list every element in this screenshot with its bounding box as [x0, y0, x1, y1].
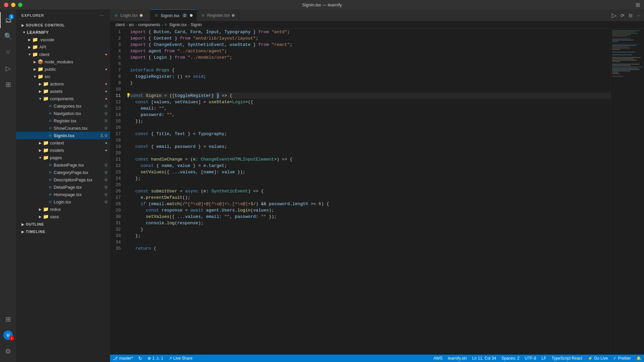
tree-item-showcourses[interactable]: ▶ ⚛ ShowCourses.tsx U: [16, 124, 110, 132]
minimize-button[interactable]: [11, 3, 15, 7]
tree-item-actions[interactable]: ▶ 📁 actions ●: [16, 80, 110, 87]
code-content[interactable]: import { Button, Card, Form, Input, Typo…: [127, 29, 610, 355]
tree-item-models[interactable]: ▶ 📁 models ●: [16, 146, 110, 154]
tree-item-components[interactable]: ▼ 📁 components ●: [16, 95, 110, 102]
status-prettier[interactable]: ✓ Prettier: [610, 355, 634, 362]
activity-item-source-control[interactable]: ⑂: [0, 44, 16, 60]
line-num-16: 16: [110, 124, 125, 131]
code-line-34: [130, 239, 610, 245]
status-position[interactable]: Ln 11, Col 34: [470, 355, 499, 362]
sass-folder-icon: 📁: [43, 214, 49, 219]
activity-item-run[interactable]: ▷: [0, 60, 16, 76]
status-git-branch[interactable]: ⎇ master*: [110, 355, 136, 362]
categorypage-label: CategoryPage.tsx: [54, 170, 105, 175]
source-control-header[interactable]: ▶ SOURCE CONTROL: [21, 22, 110, 28]
api-arrow: ▶: [27, 45, 32, 49]
models-badge: ●: [105, 148, 107, 152]
tab-register[interactable]: ⚛ Register.tsx: [197, 9, 239, 21]
activity-item-search[interactable]: 🔍: [0, 28, 16, 44]
tree-item-sass[interactable]: ▶ 📁 sass: [16, 213, 110, 220]
tree-item-categories[interactable]: ▶ ⚛ Categories.tsx U: [16, 102, 110, 110]
source-control-icon: ⑂: [6, 49, 10, 56]
tree-item-descriptionpage[interactable]: ▶ ⚛ DescriptionPage.tsx U: [16, 176, 110, 183]
descriptionpage-label: DescriptionPage.tsx: [54, 177, 105, 182]
status-notifications[interactable]: 🔔: [634, 355, 644, 362]
activity-item-extensions[interactable]: ⊞: [0, 76, 16, 93]
status-spaces[interactable]: Spaces: 2: [499, 355, 522, 362]
run-icon: ▷: [6, 64, 11, 72]
status-sync[interactable]: ↻: [136, 355, 145, 362]
tree-item-basketpage[interactable]: ▶ ⚛ BasketPage.tsx U: [16, 161, 110, 169]
spaces-label: Spaces: 2: [501, 356, 519, 361]
breadcrumb-filename[interactable]: Signin.tsx: [169, 22, 186, 27]
status-language[interactable]: TypeScript React: [549, 355, 585, 362]
tree-item-detailpage[interactable]: ▶ ⚛ DetailPage.tsx U: [16, 183, 110, 191]
tree-item-assets[interactable]: ▶ 📁 assets ●: [16, 87, 110, 95]
split-editor-button[interactable]: ⊟: [628, 12, 633, 19]
tree-item-context[interactable]: ▶ 📁 context ●: [16, 139, 110, 146]
tree-root-learnify[interactable]: ▼ LEARNIFY: [16, 28, 110, 36]
breadcrumb-symbol[interactable]: Signin: [191, 22, 202, 27]
tree-item-vscode[interactable]: ▶ 📁 .vscode: [16, 36, 110, 43]
tree-item-pages[interactable]: ▼ 📁 pages: [16, 154, 110, 161]
public-label: public: [45, 67, 105, 72]
open-changes-button[interactable]: ⟳: [620, 12, 625, 19]
status-solution[interactable]: learnify.sln: [445, 355, 469, 362]
more-actions-button[interactable]: ···: [636, 12, 641, 19]
tab-login[interactable]: ⚛ Login.tsx: [110, 9, 150, 21]
breadcrumb-components[interactable]: components: [138, 22, 160, 27]
showcourses-label: ShowCourses.tsx: [54, 126, 105, 131]
activity-item-account[interactable]: U 1: [0, 327, 16, 343]
tree-item-src[interactable]: ▼ 📁 src: [16, 73, 110, 80]
activity-item-remote[interactable]: ⊞: [0, 311, 16, 327]
assets-arrow: ▶: [38, 89, 43, 93]
golive-label: Go Live: [594, 356, 608, 361]
tree-item-redux[interactable]: ▶ 📁 redux: [16, 205, 110, 213]
window-controls: [4, 3, 22, 7]
maximize-button[interactable]: [18, 3, 22, 7]
warning-count: 1: [161, 356, 163, 361]
line-num-8: 8: [110, 73, 125, 80]
tree-item-categorypage[interactable]: ▶ ⚛ CategoryPage.tsx U: [16, 169, 110, 176]
breadcrumb-client[interactable]: client: [115, 22, 125, 27]
tree-item-signin[interactable]: ▶ ⚛ Signin.tsx 2, U: [16, 132, 110, 139]
models-label: models: [50, 148, 105, 153]
status-encoding[interactable]: UTF-8: [522, 355, 539, 362]
tree-item-client[interactable]: ▼ 📁 client ●: [16, 51, 110, 58]
navigation-file-icon: ⚛: [48, 111, 52, 116]
tree-item-register[interactable]: ▶ ⚛ Register.tsx U: [16, 117, 110, 124]
tree-item-loginpage[interactable]: ▶ ⚛ Login.tsx U: [16, 198, 110, 205]
categories-label: Categories.tsx: [54, 104, 105, 109]
layout-icon[interactable]: ⊞: [636, 2, 640, 8]
code-editor: 1 2 3 4 5 6 7 8 9 10 11 12 13 14 15 16 1…: [110, 29, 644, 355]
tree-item-public[interactable]: ▶ 📁 public ●: [16, 65, 110, 73]
actions-badge: ●: [105, 82, 107, 86]
code-line-26: const submitUser = async (e: SyntheticEv…: [130, 188, 610, 194]
activity-item-explorer[interactable]: 🗂 3: [0, 12, 16, 28]
status-eol[interactable]: LF: [539, 355, 549, 362]
line-num-22: 22: [110, 163, 125, 169]
line-num-27: 27: [110, 194, 125, 201]
close-button[interactable]: [4, 3, 8, 7]
status-liveshare[interactable]: ↗ Live Share: [166, 355, 195, 362]
tree-item-homepage[interactable]: ▶ ⚛ Homepage.tsx U: [16, 191, 110, 198]
run-button[interactable]: ▷: [611, 11, 617, 20]
tab-signin[interactable]: ⚛ Signin.tsx 2: [150, 9, 197, 21]
sidebar-more-button[interactable]: ···: [99, 12, 105, 19]
outline-header[interactable]: ▶ OUTLINE: [21, 222, 110, 227]
breadcrumb-src[interactable]: src: [129, 22, 134, 27]
tree-item-navigation[interactable]: ▶ ⚛ Navigation.tsx U: [16, 110, 110, 117]
tree-item-node-modules[interactable]: ▶ 📦 node_modules: [16, 58, 110, 65]
activity-item-settings[interactable]: ⚙: [0, 343, 16, 359]
timeline-header[interactable]: ▶ TIMELINE: [21, 229, 110, 234]
status-aws[interactable]: AWS: [431, 355, 445, 362]
status-errors[interactable]: ⊗ 1 ⚠ 1: [145, 355, 166, 362]
liveshare-icon: ↗: [169, 356, 172, 361]
tree-item-api[interactable]: ▶ 📁 API: [16, 43, 110, 51]
status-golive[interactable]: ⚡ Go Live: [585, 355, 610, 362]
outline-chevron: ▶: [21, 223, 24, 226]
file-tree: ▶ SOURCE CONTROL ▼ LEARNIFY ▶ 📁 .vscode …: [16, 21, 110, 362]
git-branch-label: master*: [119, 356, 133, 361]
pages-folder-icon: 📁: [43, 155, 49, 160]
code-line-28: if (email.match(/^[^\s@]+@[^\s@]+\.[^\s@…: [130, 201, 610, 207]
